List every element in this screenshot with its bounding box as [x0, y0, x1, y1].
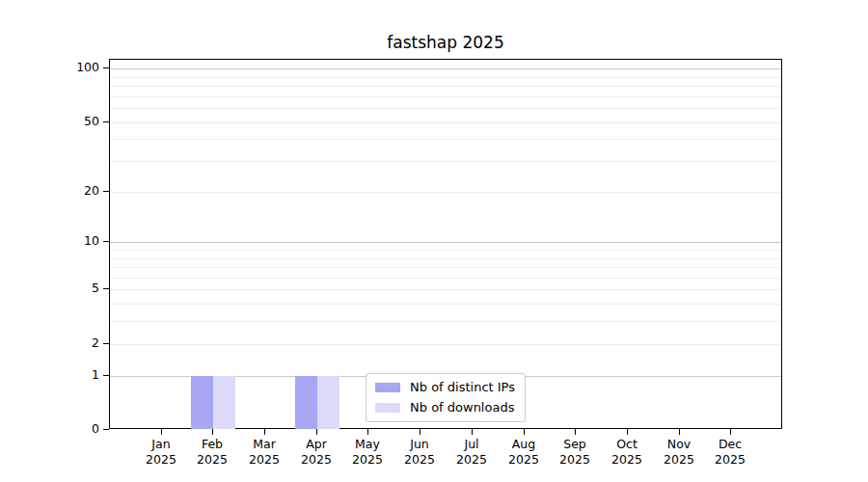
gridline-minor: [110, 344, 781, 345]
x-tick-mark: [316, 429, 317, 435]
x-tick-mark: [212, 429, 213, 435]
y-tick-mark: [103, 343, 109, 344]
legend-swatch: [375, 383, 400, 392]
gridline-major: [110, 242, 781, 243]
gridline-minor: [110, 267, 781, 268]
bar-nb-of-distinct-ips: [191, 376, 213, 429]
gridline-major: [110, 68, 781, 69]
gridline-minor: [110, 161, 781, 162]
y-tick-label: 2: [39, 335, 99, 351]
gridline-minor: [110, 86, 781, 87]
gridline-minor: [110, 77, 781, 78]
gridline-minor: [110, 321, 781, 322]
y-tick-label: 5: [39, 281, 99, 296]
gridline-minor: [110, 192, 781, 193]
bar-nb-of-distinct-ips: [295, 376, 317, 429]
chart-title: fastshap 2025: [109, 32, 782, 53]
y-tick-mark: [103, 375, 109, 376]
legend-label: Nb of downloads: [410, 400, 514, 415]
gridline-minor: [110, 122, 781, 123]
gridline-minor: [110, 289, 781, 290]
figure: fastshap 2025 Nb of distinct IPsNb of do…: [0, 0, 868, 482]
y-tick-mark: [103, 191, 109, 192]
x-tick-mark: [367, 429, 368, 435]
x-tick-mark: [627, 429, 628, 435]
x-tick-mark: [161, 429, 162, 435]
x-tick-mark: [264, 429, 265, 435]
x-tick-mark: [730, 429, 731, 435]
bar-nb-of-downloads: [213, 376, 235, 429]
x-tick-year: 2025: [699, 452, 761, 468]
y-tick-mark: [103, 429, 109, 430]
y-tick-label: 1: [39, 367, 99, 383]
x-tick-mark: [679, 429, 680, 435]
x-tick-mark: [420, 429, 420, 435]
gridline-minor: [110, 278, 781, 279]
legend-item: Nb of distinct IPs: [375, 380, 515, 395]
y-tick-label: 50: [39, 114, 99, 129]
gridline-minor: [110, 250, 781, 251]
plot-area: Nb of distinct IPsNb of downloads: [109, 59, 782, 429]
y-tick-label: 10: [39, 233, 99, 249]
x-tick-mark: [524, 429, 525, 435]
gridline-minor: [110, 108, 781, 109]
x-tick-mark: [472, 429, 473, 435]
y-tick-label: 100: [39, 60, 99, 75]
x-tick-month: Dec: [699, 437, 761, 452]
bar-nb-of-downloads: [317, 376, 339, 429]
y-tick-mark: [103, 288, 109, 289]
legend-item: Nb of downloads: [375, 400, 515, 415]
y-tick-mark: [103, 121, 109, 122]
y-tick-label: 0: [39, 421, 99, 437]
gridline-minor: [110, 304, 781, 305]
legend: Nb of distinct IPsNb of downloads: [366, 373, 526, 422]
y-tick-label: 20: [39, 183, 99, 199]
gridline-minor: [110, 139, 781, 140]
x-tick-label: Dec2025: [699, 437, 761, 468]
y-tick-mark: [103, 67, 109, 68]
legend-label: Nb of distinct IPs: [410, 380, 515, 395]
legend-swatch: [375, 403, 400, 413]
gridline-minor: [110, 258, 781, 259]
gridline-minor: [110, 96, 781, 97]
y-tick-mark: [103, 241, 109, 242]
x-tick-mark: [575, 429, 576, 435]
